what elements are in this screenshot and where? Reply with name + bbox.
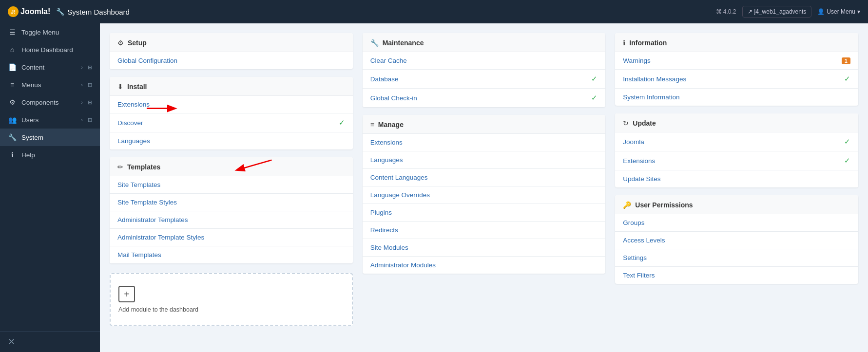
content-arrow-icon: › bbox=[81, 64, 83, 70]
database-link[interactable]: Database bbox=[370, 75, 399, 83]
admin-modules-row: Administrator Modules bbox=[363, 257, 606, 274]
admin-modules-link[interactable]: Administrator Modules bbox=[370, 261, 436, 269]
admin-templates-row: Administrator Templates bbox=[110, 211, 353, 229]
global-check-in-link[interactable]: Global Check-in bbox=[370, 94, 417, 102]
sidebar-item-content[interactable]: 📄 Content › ⊞ bbox=[0, 58, 100, 76]
installation-messages-link[interactable]: Installation Messages bbox=[623, 75, 686, 83]
installation-messages-row: Installation Messages ✓ bbox=[615, 70, 858, 89]
extensions-install-link[interactable]: Extensions bbox=[117, 101, 150, 108]
user-icon: 👤 bbox=[817, 8, 825, 15]
right-column: ℹ Information Warnings 1 Installation Me… bbox=[615, 33, 858, 284]
settings-link[interactable]: Settings bbox=[623, 254, 647, 261]
site-modules-row: Site Modules bbox=[363, 239, 606, 257]
user-menu-button[interactable]: 👤 User Menu ▾ bbox=[817, 8, 860, 15]
components-icon: ⚙ bbox=[8, 98, 17, 106]
groups-row: Groups bbox=[615, 214, 858, 232]
users-arrow-icon: › bbox=[81, 117, 83, 123]
mail-templates-row: Mail Templates bbox=[110, 246, 353, 263]
plugins-link[interactable]: Plugins bbox=[370, 209, 392, 216]
update-sites-row: Update Sites bbox=[615, 170, 858, 187]
manage-icon: ≡ bbox=[370, 121, 374, 129]
extensions-update-row: Extensions ✓ bbox=[615, 151, 858, 170]
system-information-link[interactable]: System Information bbox=[623, 93, 679, 101]
user-permissions-panel-header: 🔑 User Permissions bbox=[615, 195, 858, 214]
discover-check-icon: ✓ bbox=[339, 118, 345, 127]
joomla-update-check-icon: ✓ bbox=[844, 137, 850, 146]
admin-templates-link[interactable]: Administrator Templates bbox=[117, 216, 188, 223]
update-sites-link[interactable]: Update Sites bbox=[623, 175, 660, 183]
global-configuration-row: Global Configuration bbox=[110, 52, 353, 69]
global-configuration-link[interactable]: Global Configuration bbox=[117, 57, 177, 64]
manage-extensions-link[interactable]: Extensions bbox=[370, 139, 403, 146]
information-panel-header: ℹ Information bbox=[615, 33, 858, 52]
admin-template-styles-link[interactable]: Administrator Template Styles bbox=[117, 234, 204, 241]
text-filters-row: Text Filters bbox=[615, 267, 858, 284]
update-panel: ↻ Update Joomla ✓ Extensions ✓ Update bbox=[615, 113, 858, 187]
site-modules-link[interactable]: Site Modules bbox=[370, 244, 408, 251]
sidebar-item-system[interactable]: 🔧 System bbox=[0, 129, 100, 146]
version-badge: ⌘ 4.0.2 bbox=[716, 8, 736, 15]
access-levels-link[interactable]: Access Levels bbox=[623, 237, 665, 244]
site-template-styles-link[interactable]: Site Template Styles bbox=[117, 199, 177, 206]
redirects-link[interactable]: Redirects bbox=[370, 226, 398, 234]
global-check-in-row: Global Check-in ✓ bbox=[363, 89, 606, 107]
sidebar-item-toggle-menu[interactable]: ☰ Toggle Menu bbox=[0, 23, 100, 41]
sidebar-home-label: Home Dashboard bbox=[21, 46, 92, 54]
text-filters-link[interactable]: Text Filters bbox=[623, 272, 655, 279]
update-title: Update bbox=[633, 119, 656, 127]
joomla-update-link[interactable]: Joomla bbox=[623, 138, 644, 146]
manage-title: Manage bbox=[378, 121, 404, 129]
extensions-update-check-icon: ✓ bbox=[844, 156, 850, 165]
sidebar-item-home-dashboard[interactable]: ⌂ Home Dashboard bbox=[0, 41, 100, 58]
maintenance-icon: 🔧 bbox=[370, 39, 379, 47]
sidebar-item-menus[interactable]: ≡ Menus › ⊞ bbox=[0, 76, 100, 93]
brand: J! Joomla! bbox=[8, 6, 50, 17]
install-icon: ⬇ bbox=[117, 83, 123, 91]
app-body: ☰ Toggle Menu ⌂ Home Dashboard 📄 Content… bbox=[0, 23, 868, 352]
sidebar-item-help[interactable]: ℹ Help bbox=[0, 146, 100, 164]
sidebar-item-components[interactable]: ⚙ Components › ⊞ bbox=[0, 93, 100, 111]
sidebar: ☰ Toggle Menu ⌂ Home Dashboard 📄 Content… bbox=[0, 23, 100, 352]
mail-templates-link[interactable]: Mail Templates bbox=[117, 251, 161, 259]
discover-link[interactable]: Discover bbox=[117, 119, 143, 127]
install-panel: ⬇ Install Extensions Discover ✓ Language… bbox=[110, 77, 353, 149]
user-permissions-title: User Permissions bbox=[635, 201, 693, 209]
left-column: ⚙ Setup Global Configuration ⬇ Install bbox=[110, 33, 353, 326]
templates-panel: ✏ Templates Site Templates Site Template… bbox=[110, 157, 353, 263]
sidebar-toggle-label: Toggle Menu bbox=[21, 29, 92, 36]
templates-title: Templates bbox=[127, 163, 160, 171]
warnings-badge: 1 bbox=[842, 57, 850, 64]
system-icon: 🔧 bbox=[8, 133, 17, 141]
site-templates-link[interactable]: Site Templates bbox=[117, 181, 160, 188]
menus-grid-icon: ⊞ bbox=[88, 82, 92, 88]
information-icon: ℹ bbox=[623, 39, 625, 47]
language-overrides-link[interactable]: Language Overrides bbox=[370, 191, 430, 199]
manage-languages-link[interactable]: Languages bbox=[370, 156, 403, 164]
setup-panel: ⚙ Setup Global Configuration bbox=[110, 33, 353, 69]
extensions-update-link[interactable]: Extensions bbox=[623, 157, 655, 165]
brand-name: Joomla! bbox=[20, 7, 50, 16]
database-row: Database ✓ bbox=[363, 70, 606, 89]
extensions-install-row: Extensions bbox=[110, 96, 353, 113]
install-title: Install bbox=[127, 83, 147, 91]
content-languages-link[interactable]: Content Languages bbox=[370, 174, 428, 181]
add-module-icon[interactable]: + bbox=[118, 286, 135, 302]
users-icon: 👥 bbox=[8, 116, 17, 124]
menus-icon: ≡ bbox=[8, 81, 17, 89]
database-check-icon: ✓ bbox=[591, 74, 598, 83]
navbar-right: ⌘ 4.0.2 ↗ j4_web1_agadvents 👤 User Menu … bbox=[716, 6, 860, 18]
groups-link[interactable]: Groups bbox=[623, 219, 644, 226]
sidebar-bottom-icon[interactable]: ✕ bbox=[8, 337, 15, 347]
site-button[interactable]: ↗ j4_web1_agadvents bbox=[742, 6, 812, 18]
content-icon: 📄 bbox=[8, 63, 17, 71]
warnings-link[interactable]: Warnings bbox=[623, 57, 651, 64]
discover-row: Discover ✓ bbox=[110, 113, 353, 132]
access-levels-row: Access Levels bbox=[615, 232, 858, 249]
clear-cache-link[interactable]: Clear Cache bbox=[370, 57, 407, 64]
site-btn-text: j4_web1_agadvents bbox=[754, 8, 807, 15]
languages-install-link[interactable]: Languages bbox=[117, 137, 150, 145]
add-module-label: Add module to the dashboard bbox=[118, 306, 198, 313]
sidebar-item-users[interactable]: 👥 Users › ⊞ bbox=[0, 111, 100, 129]
warnings-row: Warnings 1 bbox=[615, 52, 858, 70]
clear-cache-row: Clear Cache bbox=[363, 52, 606, 70]
